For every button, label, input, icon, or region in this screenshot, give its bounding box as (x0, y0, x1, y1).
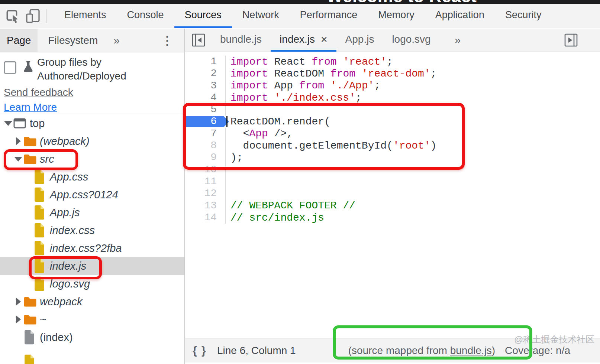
code-text: document.getElementById('root') (226, 140, 437, 152)
line-number[interactable]: 1 (185, 56, 226, 68)
tree-item-App.js[interactable]: App.js (0, 204, 184, 221)
learn-more-link[interactable]: Learn More (4, 101, 57, 113)
experiment-beaker-icon (22, 60, 35, 83)
code-line-12[interactable]: 12 (185, 188, 600, 199)
browser-page-sliver: Welcome to React (0, 0, 600, 4)
device-toolbar-icon[interactable] (25, 7, 42, 25)
navigator-menu-icon[interactable]: ⋮ (161, 29, 173, 52)
tree-item-label: top (30, 117, 45, 130)
line-number[interactable]: 4 (185, 92, 226, 104)
editor-tab-App.js[interactable]: App.js (336, 29, 383, 52)
file-icon (33, 205, 48, 220)
code-line-8[interactable]: 8 document.getElementById('root') (185, 140, 600, 152)
tree-item-index.css?2fba[interactable]: index.css?2fba (0, 239, 184, 257)
editor-panel: bundle.jsindex.js×App.jslogo.svg» 1impor… (185, 29, 600, 364)
line-number[interactable]: 5 (185, 104, 226, 116)
tab-elements[interactable]: Elements (54, 4, 117, 28)
navigator-body: Group files by Authored/Deployed Send fe… (0, 52, 184, 364)
send-feedback-link[interactable]: Send feedback (4, 87, 73, 98)
pretty-print-button[interactable]: { } (193, 338, 207, 363)
close-tab-icon[interactable]: × (321, 33, 328, 46)
code-line-11[interactable]: 11 (185, 176, 600, 188)
tree-item-partial-file[interactable] (0, 353, 184, 364)
line-number[interactable]: 10 (185, 164, 226, 176)
line-number[interactable]: 9 (185, 152, 226, 163)
group-files-label: Group files by Authored/Deployed (37, 55, 138, 83)
tree-item-top[interactable]: top (0, 114, 184, 132)
chevron-right-icon[interactable] (13, 298, 23, 306)
hide-navigator-icon[interactable] (191, 29, 206, 52)
tree-item-index.js[interactable]: index.js (0, 257, 184, 275)
tree-item-(index)[interactable]: (index) (0, 328, 184, 346)
frame-icon (13, 118, 28, 129)
tree-item-label: App.css?0124 (50, 189, 118, 201)
editor-tab-label: index.js (280, 33, 315, 45)
tab-network[interactable]: Network (232, 4, 290, 28)
file-tree: top(webpack)srcApp.cssApp.css?0124App.js… (0, 114, 184, 364)
tree-item-webpack[interactable]: webpack (0, 293, 184, 311)
tree-item-index.css[interactable]: index.css (0, 221, 184, 239)
chevron-down-icon[interactable] (13, 157, 23, 162)
tab-sources[interactable]: Sources (174, 4, 232, 28)
navigator-tab-filesystem[interactable]: Filesystem (39, 29, 107, 52)
tree-item-label: index.css (50, 224, 95, 237)
text-cursor (226, 116, 228, 127)
navigator-more-tabs-icon[interactable]: » (113, 29, 120, 52)
folder-icon (23, 153, 38, 165)
line-number[interactable]: 8 (185, 140, 226, 152)
code-text: import App from './App'; (226, 80, 380, 91)
code-line-1[interactable]: 1import React from 'react'; (185, 56, 600, 68)
tree-item-App.css[interactable]: App.css (0, 168, 184, 186)
code-text: import React from 'react'; (226, 56, 393, 68)
tree-item-~[interactable]: ~ (0, 311, 184, 328)
line-number[interactable]: 6 (185, 116, 226, 127)
line-number[interactable]: 12 (185, 188, 226, 199)
file-icon (33, 276, 48, 291)
code-line-3[interactable]: 3import App from './App'; (185, 80, 600, 92)
group-files-checkbox[interactable] (4, 61, 16, 74)
code-line-9[interactable]: 9); (185, 152, 600, 163)
tree-item-logo.svg[interactable]: logo.svg (0, 275, 184, 293)
navigator-tab-page[interactable]: Page (0, 29, 38, 52)
editor-tab-index.js[interactable]: index.js× (271, 29, 336, 52)
tab-application[interactable]: Application (425, 4, 495, 28)
code-line-2[interactable]: 2import ReactDOM from 'react-dom'; (185, 68, 600, 79)
chevron-right-icon[interactable] (13, 315, 23, 324)
line-number[interactable]: 7 (185, 128, 226, 140)
code-text: // WEBPACK FOOTER // (226, 200, 355, 211)
tab-memory[interactable]: Memory (368, 4, 425, 28)
code-line-5[interactable]: 5 (185, 104, 600, 116)
file-icon (23, 354, 38, 364)
show-debugger-sidebar-icon[interactable] (564, 29, 578, 52)
tree-item-src[interactable]: src (0, 150, 184, 168)
navigator-header: Page Filesystem » ⋮ (0, 29, 184, 52)
line-number[interactable]: 13 (185, 200, 226, 212)
tree-item-(webpack)[interactable]: (webpack) (0, 132, 184, 150)
editor-tabs-overflow-icon[interactable]: » (455, 29, 461, 52)
code-line-13[interactable]: 13// WEBPACK FOOTER // (185, 200, 600, 212)
code-line-4[interactable]: 4import './index.css'; (185, 92, 600, 104)
bundle-js-link[interactable]: bundle.js (450, 345, 492, 356)
code-editor[interactable]: 1import React from 'react';2import React… (185, 52, 600, 338)
line-number[interactable]: 11 (185, 176, 226, 188)
chevron-down-icon[interactable] (3, 121, 13, 126)
line-number[interactable]: 3 (185, 80, 226, 92)
tab-console[interactable]: Console (117, 4, 174, 28)
code-line-14[interactable]: 14// src/index.js (185, 212, 600, 224)
line-number[interactable]: 2 (185, 68, 226, 79)
code-line-10[interactable]: 10 (185, 164, 600, 176)
panel-tabs: ElementsConsoleSourcesNetworkPerformance… (54, 4, 552, 28)
tab-security[interactable]: Security (495, 4, 552, 28)
chevron-right-icon[interactable] (13, 137, 23, 145)
line-number[interactable]: 14 (185, 212, 226, 224)
folder-icon (23, 296, 38, 307)
editor-tab-bundle.js[interactable]: bundle.js (211, 29, 271, 52)
editor-tab-logo.svg[interactable]: logo.svg (383, 29, 439, 52)
code-line-7[interactable]: 7 <App />, (185, 128, 600, 140)
tree-item-App.css?0124[interactable]: App.css?0124 (0, 186, 184, 204)
code-line-6[interactable]: 6ReactDOM.render( (185, 116, 600, 127)
tab-performance[interactable]: Performance (290, 4, 368, 28)
inspect-element-icon[interactable] (4, 7, 21, 25)
toolbar-divider (46, 9, 46, 23)
file-icon (33, 259, 48, 273)
